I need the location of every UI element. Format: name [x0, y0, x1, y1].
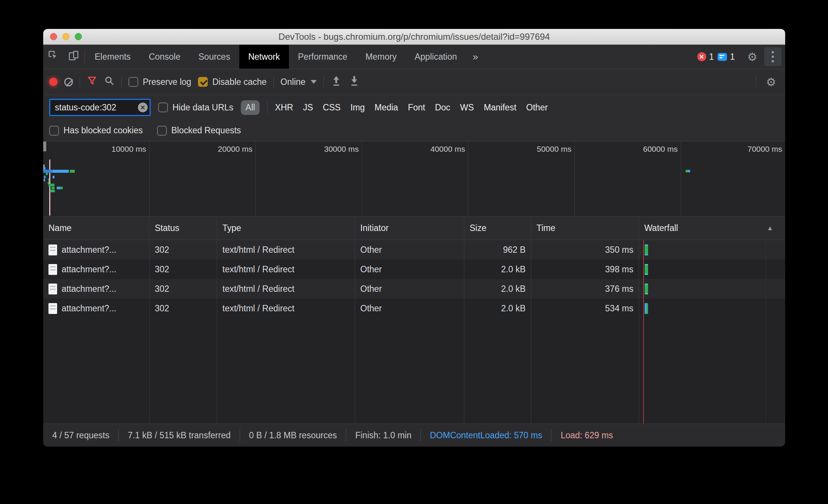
filter-type-all[interactable]: All: [241, 100, 260, 115]
tab-elements[interactable]: Elements: [86, 45, 140, 69]
cell-initiator: Other: [355, 299, 464, 318]
tab-performance[interactable]: Performance: [289, 45, 357, 69]
tab-memory[interactable]: Memory: [357, 45, 406, 69]
cell-waterfall: [639, 279, 785, 299]
timeline-scroll-thumb[interactable]: [43, 142, 46, 151]
tab-sources[interactable]: Sources: [189, 45, 239, 69]
blocked-requests-label: Blocked Requests: [171, 125, 241, 136]
cell-name: attachment?...: [43, 240, 150, 260]
tab-label: Application: [415, 52, 457, 62]
filter-type-other[interactable]: Other: [526, 103, 548, 113]
filter-type-doc[interactable]: Doc: [435, 103, 450, 113]
table-empty-area: [43, 318, 785, 424]
column-header-size[interactable]: Size: [464, 217, 531, 240]
tab-application[interactable]: Application: [406, 45, 466, 69]
waterfall-load-event-line: [643, 240, 644, 424]
filter-type-img[interactable]: Img: [351, 103, 365, 113]
hide-data-urls-checkbox[interactable]: Hide data URLs: [158, 103, 233, 113]
throttling-dropdown[interactable]: Online: [281, 77, 317, 87]
table-row[interactable]: attachment?... 302 text/html / Redirect …: [43, 279, 785, 299]
filter-type-ws[interactable]: WS: [460, 103, 474, 113]
filter-type-font[interactable]: Font: [408, 103, 425, 113]
inspect-element-button[interactable]: [43, 45, 63, 69]
timeline-division: 40000 ms: [362, 142, 468, 216]
timeline-division: 10000 ms: [43, 142, 150, 216]
filter-type-js[interactable]: JS: [303, 103, 313, 113]
table-row[interactable]: attachment?... 302 text/html / Redirect …: [43, 260, 785, 279]
search-button[interactable]: [104, 75, 115, 88]
blocked-requests-checkbox[interactable]: Blocked Requests: [157, 125, 241, 136]
table-row[interactable]: attachment?... 302 text/html / Redirect …: [43, 299, 785, 318]
window-title: DevTools - bugs.chromium.org/p/chromium/…: [43, 32, 785, 42]
requests-table-header: Name Status Type Initiator Size Time Wat…: [43, 217, 785, 240]
customize-devtools-button[interactable]: [764, 47, 781, 66]
column-header-name[interactable]: Name: [43, 217, 150, 240]
timeline-load-event-line: [49, 160, 50, 216]
network-settings-button[interactable]: ⚙: [763, 75, 779, 89]
minimize-window-button[interactable]: [62, 33, 70, 40]
hide-data-urls-label: Hide data URLs: [172, 103, 233, 113]
column-header-type[interactable]: Type: [217, 217, 355, 240]
preserve-log-checkbox[interactable]: Preserve log: [128, 77, 191, 87]
divider: [121, 76, 122, 88]
tab-label: Elements: [95, 52, 131, 62]
close-window-button[interactable]: [50, 33, 57, 40]
has-blocked-cookies-checkbox[interactable]: Has blocked cookies: [49, 125, 143, 136]
column-header-time[interactable]: Time: [531, 217, 639, 240]
filter-type-manifest[interactable]: Manifest: [484, 103, 517, 113]
cell-size: 962 B: [464, 240, 531, 260]
clear-requests-button[interactable]: [64, 78, 73, 86]
overview-bar: [53, 170, 69, 173]
column-header-initiator[interactable]: Initiator: [355, 217, 464, 240]
overview-bar: [57, 187, 60, 189]
cell-initiator: Other: [355, 279, 464, 299]
has-blocked-cookies-label: Has blocked cookies: [63, 125, 143, 136]
export-har-icon: [331, 75, 342, 89]
timeline-division: 70000 ms: [681, 142, 785, 216]
filter-type-xhr[interactable]: XHR: [275, 103, 293, 113]
record-button[interactable]: [49, 78, 57, 86]
timeline-tick-label: 60000 ms: [643, 145, 678, 153]
table-row[interactable]: attachment?... 302 text/html / Redirect …: [43, 240, 785, 260]
timeline-tick-label: 50000 ms: [537, 145, 571, 153]
settings-button[interactable]: ⚙: [744, 50, 760, 63]
divider: [267, 101, 267, 114]
tab-label: Performance: [298, 52, 348, 62]
cell-waterfall: [639, 299, 785, 318]
traffic-lights: [50, 33, 82, 40]
error-badge[interactable]: ✕ 1: [697, 52, 714, 62]
more-tabs-button[interactable]: »: [466, 45, 485, 69]
cell-name: attachment?...: [43, 299, 150, 318]
filter-type-media[interactable]: Media: [375, 103, 398, 113]
document-icon: [48, 303, 57, 314]
disable-cache-checkbox[interactable]: Disable cache: [198, 77, 266, 87]
tab-label: Sources: [198, 52, 230, 62]
document-icon: [48, 284, 57, 294]
column-header-waterfall[interactable]: Waterfall ▲: [639, 217, 785, 240]
titlebar[interactable]: DevTools - bugs.chromium.org/p/chromium/…: [43, 29, 785, 45]
device-toolbar-button[interactable]: [63, 45, 84, 69]
issues-badge[interactable]: 1: [718, 52, 735, 62]
waterfall-bar: [645, 303, 648, 314]
tab-console[interactable]: Console: [140, 45, 189, 69]
document-icon: [48, 264, 57, 275]
inspect-icon: [48, 50, 59, 63]
column-header-status[interactable]: Status: [150, 217, 217, 240]
filter-input[interactable]: [49, 99, 151, 116]
tab-network[interactable]: Network: [239, 45, 289, 69]
network-overview-timeline[interactable]: 10000 ms 20000 ms 30000 ms 40000 ms 5000…: [43, 142, 785, 217]
zoom-window-button[interactable]: [75, 33, 82, 40]
requests-summary: 4 / 57 requests: [43, 429, 118, 442]
column-label: Name: [48, 223, 71, 233]
checkbox-unchecked-icon: [49, 126, 59, 136]
preserve-log-label: Preserve log: [143, 77, 191, 87]
more-menu-icon: [772, 51, 774, 62]
chevron-double-icon: »: [473, 51, 478, 63]
import-har-button[interactable]: [349, 75, 360, 89]
export-har-button[interactable]: [331, 75, 342, 89]
cell-type: text/html / Redirect: [217, 279, 355, 299]
waterfall-bar: [645, 264, 648, 275]
filter-toggle-button[interactable]: [87, 75, 97, 88]
filter-type-css[interactable]: CSS: [323, 103, 340, 113]
clear-filter-button[interactable]: ✕: [138, 103, 148, 112]
